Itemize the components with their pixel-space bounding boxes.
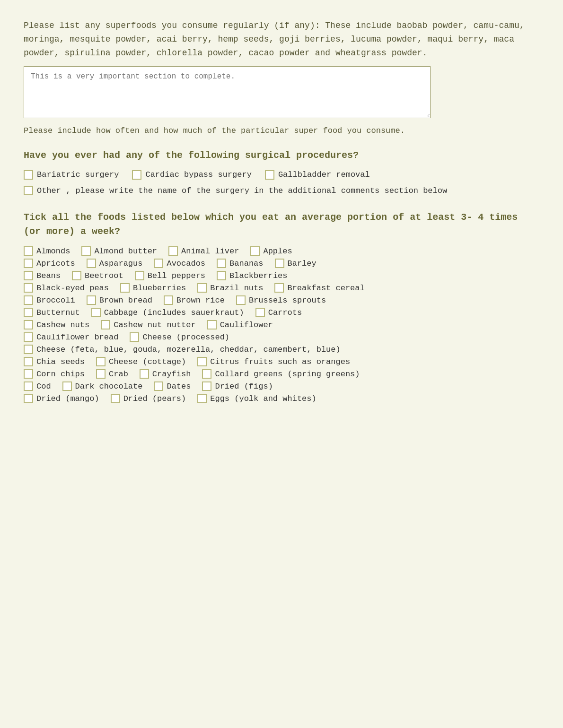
food-black-eyed-peas-checkbox[interactable] [24,283,33,293]
food-animal-liver[interactable]: Animal liver [168,246,239,256]
food-animal-liver-checkbox[interactable] [168,246,178,256]
food-brussels-sprouts-checkbox[interactable] [236,295,246,305]
food-dried-figs[interactable]: Dried (figs) [202,381,273,391]
food-brown-rice[interactable]: Brown rice [164,295,225,305]
food-cheese-cottage-checkbox[interactable] [96,357,106,366]
food-crab[interactable]: Crab [96,369,128,379]
food-crayfish[interactable]: Crayfish [140,369,191,379]
food-cashew-nuts-checkbox[interactable] [24,320,33,329]
food-apples[interactable]: Apples [250,246,292,256]
food-cheese-processed[interactable]: Cheese (processed) [130,332,229,342]
food-crayfish-checkbox[interactable] [140,369,149,379]
food-apricots[interactable]: Apricots [24,259,75,268]
food-dried-figs-checkbox[interactable] [202,381,211,391]
food-cauliflower[interactable]: Cauliflower [207,320,273,329]
food-dates[interactable]: Dates [154,381,191,391]
checkbox-gallbladder[interactable]: Gallbladder removal [265,170,370,180]
food-cabbage[interactable]: Cabbage (includes sauerkraut) [91,308,244,317]
food-bell-peppers[interactable]: Bell peppers [135,271,205,280]
food-brown-bread[interactable]: Brown bread [87,295,152,305]
food-asparagus[interactable]: Asparagus [87,259,143,268]
food-brazil-nuts[interactable]: Brazil nuts [197,283,263,293]
food-almonds[interactable]: Almonds [24,246,70,256]
food-blackberries-checkbox[interactable] [217,271,226,280]
food-carrots-label: Carrots [268,308,302,317]
food-broccoli-checkbox[interactable] [24,295,33,305]
food-cheese-variety[interactable]: Cheese (feta, blue, gouda, mozerella, ch… [24,345,341,354]
food-barley-checkbox[interactable] [275,259,284,268]
food-cauliflower-bread-checkbox[interactable] [24,332,33,342]
food-cheese-processed-checkbox[interactable] [130,332,139,342]
food-corn-chips[interactable]: Corn chips [24,369,85,379]
food-breakfast-cereal-checkbox[interactable] [274,283,284,293]
checkbox-other[interactable]: Other , please write the name of the sur… [24,184,447,197]
food-asparagus-checkbox[interactable] [87,259,96,268]
food-beans[interactable]: Beans [24,271,61,280]
food-carrots[interactable]: Carrots [255,308,302,317]
food-collard-greens-checkbox[interactable] [202,369,211,379]
food-chia-seeds-checkbox[interactable] [24,357,33,366]
food-cashew-nut-nutter-checkbox[interactable] [101,320,110,329]
superfoods-textarea[interactable] [24,66,431,118]
food-eggs[interactable]: Eggs (yolk and whites) [197,394,316,403]
checkbox-other-input[interactable] [24,186,33,195]
food-brazil-nuts-checkbox[interactable] [197,283,207,293]
food-blueberries[interactable]: Blueberries [120,283,186,293]
food-almond-butter[interactable]: Almond butter [81,246,157,256]
food-beetroot-checkbox[interactable] [72,271,81,280]
food-butternut[interactable]: Butternut [24,308,80,317]
food-eggs-checkbox[interactable] [197,394,207,403]
food-barley[interactable]: Barley [275,259,317,268]
food-dried-mango-checkbox[interactable] [24,394,33,403]
food-cod-checkbox[interactable] [24,381,33,391]
food-citrus-fruits-checkbox[interactable] [197,357,207,366]
food-avocados[interactable]: Avocados [154,259,205,268]
food-dried-mango[interactable]: Dried (mango) [24,394,99,403]
food-dark-chocolate-checkbox[interactable] [62,381,72,391]
food-collard-greens[interactable]: Collard greens (spring greens) [202,369,360,379]
food-breakfast-cereal[interactable]: Breakfast cereal [274,283,364,293]
food-beans-checkbox[interactable] [24,271,33,280]
food-brussels-sprouts[interactable]: Brussels sprouts [236,295,326,305]
food-bananas[interactable]: Bananas [217,259,263,268]
checkbox-bariatric[interactable]: Bariatric surgery [24,170,119,180]
food-corn-chips-checkbox[interactable] [24,369,33,379]
food-cheese-cottage[interactable]: Cheese (cottage) [96,357,186,366]
food-bell-peppers-checkbox[interactable] [135,271,144,280]
food-almond-butter-checkbox[interactable] [81,246,91,256]
food-cod[interactable]: Cod [24,381,51,391]
food-black-eyed-peas[interactable]: Black-eyed peas [24,283,109,293]
checkbox-gallbladder-input[interactable] [265,170,274,180]
food-brown-bread-checkbox[interactable] [87,295,96,305]
food-cabbage-checkbox[interactable] [91,308,101,317]
food-cheese-variety-checkbox[interactable] [24,345,33,354]
food-dark-chocolate[interactable]: Dark chocolate [62,381,143,391]
food-cauliflower-bread[interactable]: Cauliflower bread [24,332,118,342]
food-citrus-fruits[interactable]: Citrus fruits such as oranges [197,357,350,366]
food-cashew-nuts[interactable]: Cashew nuts [24,320,89,329]
food-brown-rice-checkbox[interactable] [164,295,173,305]
checkbox-cardiac-input[interactable] [132,170,141,180]
food-butternut-checkbox[interactable] [24,308,33,317]
food-carrots-checkbox[interactable] [255,308,265,317]
food-crab-checkbox[interactable] [96,369,106,379]
food-dates-checkbox[interactable] [154,381,163,391]
checkbox-cardiac[interactable]: Cardiac bypass surgery [132,170,251,180]
food-beetroot[interactable]: Beetroot [72,271,123,280]
food-chia-seeds[interactable]: Chia seeds [24,357,85,366]
food-dried-pears[interactable]: Dried (pears) [111,394,186,403]
food-apricots-checkbox[interactable] [24,259,33,268]
food-broccoli[interactable]: Broccoli [24,295,75,305]
food-cauliflower-checkbox[interactable] [207,320,217,329]
superfoods-section: Please list any superfoods you consume r… [24,19,539,137]
food-blackberries[interactable]: Blackberries [217,271,287,280]
checkbox-bariatric-input[interactable] [24,170,33,180]
food-blueberries-checkbox[interactable] [120,283,130,293]
food-almonds-checkbox[interactable] [24,246,33,256]
food-bananas-checkbox[interactable] [217,259,226,268]
food-cashew-nut-nutter[interactable]: Cashew nut nutter [101,320,195,329]
food-apples-checkbox[interactable] [250,246,260,256]
food-dried-pears-checkbox[interactable] [111,394,120,403]
food-brazil-nuts-label: Brazil nuts [210,284,263,293]
food-avocados-checkbox[interactable] [154,259,163,268]
